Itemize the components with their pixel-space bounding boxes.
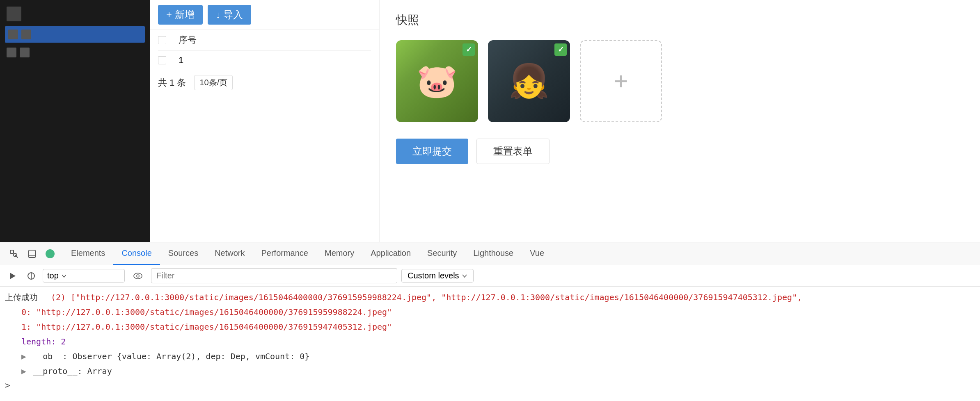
sidebar-icon-3b	[20, 48, 30, 57]
custom-levels-button[interactable]: Custom levels	[401, 269, 474, 283]
plus-icon: +	[614, 69, 628, 93]
app-area: + 新增 ↓ 导入 序号 1 共 1 条 10	[0, 0, 980, 242]
check-badge-1: ✓	[463, 43, 475, 56]
console-line-success: 上传成功 (2) ["http://127.0.0.1:3000/static/…	[5, 290, 975, 305]
main-content: + 新增 ↓ 导入 序号 1 共 1 条 10	[150, 0, 980, 242]
play-button[interactable]	[5, 269, 20, 283]
modal-panel: 快照 ✓ ✓ + 立即提交 重置表单	[380, 0, 980, 242]
console-index0-text: 0: "http://127.0.0.1:3000/static/images/…	[21, 305, 392, 319]
page-size-selector[interactable]: 10条/页	[194, 75, 233, 90]
eye-icon[interactable]	[129, 267, 147, 285]
row-check-col	[158, 56, 179, 64]
proto-caret[interactable]: ▶	[21, 365, 26, 378]
sidebar-icon-2a	[8, 30, 18, 39]
images-row: ✓ ✓ +	[396, 40, 980, 122]
console-line-proto: ▶ __proto__: Array	[21, 364, 975, 378]
console-bar: top Custom levels	[0, 265, 980, 287]
submit-button[interactable]: 立即提交	[396, 139, 468, 164]
table-area: 序号 1 共 1 条 10条/页	[150, 30, 379, 95]
svg-rect-0	[10, 250, 14, 253]
console-line-index1: 1: "http://127.0.0.1:3000/static/images/…	[21, 319, 975, 334]
sidebar-icon-1	[7, 7, 21, 21]
devtools-tab-bar: Elements Console Sources Network Perform…	[0, 242, 980, 265]
tab-application[interactable]: Application	[362, 242, 419, 265]
ob-caret[interactable]: ▶	[21, 350, 26, 363]
tab-security[interactable]: Security	[419, 242, 465, 265]
svg-point-5	[32, 257, 32, 257]
check-badge-2: ✓	[554, 43, 567, 56]
sidebar-item-3	[5, 46, 145, 59]
tab-elements[interactable]: Elements	[63, 242, 113, 265]
console-length-text: length: 2	[21, 335, 66, 348]
tab-network[interactable]: Network	[206, 242, 253, 265]
console-label-success: 上传成功	[5, 291, 46, 304]
sidebar-item-highlight[interactable]	[5, 26, 145, 43]
row-seq-val: 1	[179, 55, 371, 66]
reset-button[interactable]: 重置表单	[476, 139, 550, 164]
tab-console[interactable]: Console	[113, 242, 160, 265]
devtools: Elements Console Sources Network Perform…	[0, 242, 980, 401]
table-row: 1	[158, 51, 371, 70]
stop-button[interactable]	[24, 269, 39, 283]
context-selector[interactable]: top	[43, 269, 125, 283]
console-ob-text: __ob__: Observer {value: Array(2), dep: …	[33, 350, 309, 363]
console-index1-text: 1: "http://127.0.0.1:3000/static/images/…	[21, 320, 392, 333]
table-footer: 共 1 条 10条/页	[158, 70, 371, 95]
svg-point-9	[134, 273, 142, 279]
sidebar	[0, 0, 150, 242]
console-line-length: length: 2	[21, 334, 975, 349]
svg-marker-6	[10, 273, 16, 279]
filter-input[interactable]	[151, 268, 397, 283]
toolbar: + 新增 ↓ 导入	[150, 0, 379, 30]
vue-icon-btn[interactable]	[41, 245, 59, 263]
tab-lighthouse[interactable]: Lighthouse	[465, 242, 522, 265]
tab-performance[interactable]: Performance	[253, 242, 317, 265]
add-image-button[interactable]: +	[580, 40, 662, 122]
prompt-arrow: >	[5, 380, 10, 390]
inspect-icon[interactable]	[5, 245, 23, 263]
modal-title: 快照	[396, 12, 980, 28]
tab-sources[interactable]: Sources	[160, 242, 206, 265]
svg-point-10	[137, 275, 139, 277]
header-check-col	[158, 36, 179, 44]
console-line-ob: ▶ __ob__: Observer {value: Array(2), dep…	[21, 349, 975, 364]
vue-logo	[46, 249, 55, 258]
header-checkbox[interactable]	[158, 36, 166, 44]
console-line-index0: 0: "http://127.0.0.1:3000/static/images/…	[21, 305, 975, 319]
sidebar-icon-2b	[21, 30, 31, 39]
image-thumb-2[interactable]: ✓	[488, 40, 570, 122]
header-seq-col: 序号	[179, 34, 371, 46]
console-output: 上传成功 (2) ["http://127.0.0.1:3000/static/…	[0, 287, 980, 401]
custom-levels-label: Custom levels	[408, 271, 459, 280]
table-header: 序号	[158, 30, 371, 51]
export-button[interactable]: ↓ 导入	[208, 5, 252, 25]
tab-memory[interactable]: Memory	[316, 242, 362, 265]
tab-separator	[61, 249, 61, 259]
sidebar-icon-3a	[7, 48, 16, 57]
console-line1-text: (2) ["http://127.0.0.1:3000/static/image…	[51, 291, 802, 304]
console-prompt: >	[5, 378, 975, 392]
sidebar-item-1	[5, 5, 145, 23]
form-actions: 立即提交 重置表单	[396, 139, 980, 164]
total-count: 共 1 条	[158, 77, 186, 89]
tab-vue[interactable]: Vue	[522, 242, 552, 265]
device-icon[interactable]	[23, 245, 41, 263]
add-button[interactable]: + 新增	[158, 5, 203, 25]
svg-rect-3	[29, 250, 35, 257]
row-checkbox[interactable]	[158, 56, 166, 64]
console-proto-text: __proto__: Array	[33, 365, 112, 378]
image-thumb-1[interactable]: ✓	[396, 40, 478, 122]
context-value: top	[47, 271, 59, 280]
